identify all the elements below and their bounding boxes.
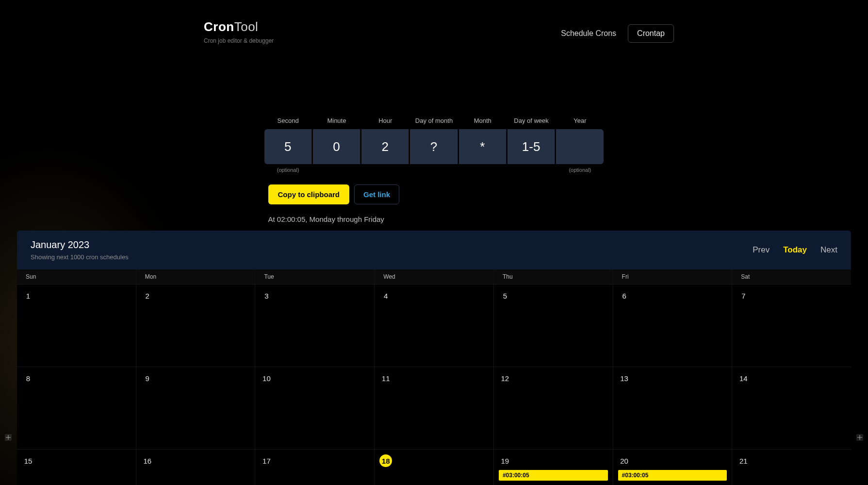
calendar-day-cell[interactable]: 21 <box>732 450 851 485</box>
calendar-subtitle: Showing next 1000 cron schedules <box>31 253 129 261</box>
schedule-event[interactable]: #03:00:05 <box>499 470 608 481</box>
calendar-day-cell[interactable]: 14 <box>732 367 851 450</box>
field-input[interactable]: 5 <box>264 129 312 164</box>
field-label: Hour <box>378 117 392 124</box>
calendar-day-cell[interactable]: 17 <box>255 450 375 485</box>
day-number: 14 <box>737 372 750 385</box>
weekday-header: Tue <box>255 269 375 284</box>
left-resize-handle[interactable] <box>5 434 12 441</box>
drag-handle-icon <box>6 435 11 440</box>
calendar-grid: 12345678910111213141516171819#03:00:0520… <box>17 284 851 485</box>
cron-field-hour: Hour2 <box>361 117 409 164</box>
drag-handle-icon <box>857 435 862 440</box>
day-number: 15 <box>22 454 34 467</box>
calendar-day-cell[interactable]: 20#03:00:05 <box>613 450 733 485</box>
calendar-day-cell[interactable]: 7 <box>732 284 851 367</box>
calendar-day-cell[interactable]: 15 <box>17 450 136 485</box>
calendar-day-cell[interactable]: 6 <box>613 284 733 367</box>
weekday-header: Wed <box>375 269 494 284</box>
calendar-next-button[interactable]: Next <box>820 245 837 255</box>
day-number: 9 <box>141 372 154 385</box>
field-input[interactable]: * <box>459 129 507 164</box>
day-number: 19 <box>499 454 511 467</box>
calendar-day-cell[interactable]: 4 <box>375 284 494 367</box>
field-label: Month <box>474 117 491 124</box>
schedule-event[interactable]: #03:00:05 <box>618 470 727 481</box>
brand-title: CronTool <box>204 19 274 34</box>
field-label: Day of month <box>415 117 453 124</box>
weekday-header: Sun <box>17 269 136 284</box>
weekday-header-row: SunMonTueWedThuFriSat <box>17 269 851 284</box>
cron-field-day-of-week: Day of week1-5 <box>508 117 555 164</box>
field-optional-hint: (optional) <box>569 167 591 173</box>
calendar-week-row: 891011121314 <box>17 367 851 450</box>
field-input[interactable]: 2 <box>361 129 409 164</box>
copy-to-clipboard-button[interactable]: Copy to clipboard <box>268 184 350 204</box>
calendar-day-cell[interactable]: 8 <box>17 367 136 450</box>
calendar-day-cell[interactable]: 19#03:00:05 <box>494 450 613 485</box>
day-number: 2 <box>141 289 154 302</box>
weekday-header: Sat <box>732 269 851 284</box>
cron-field-day-of-month: Day of month? <box>410 117 458 164</box>
calendar-day-cell[interactable]: 16 <box>136 450 256 485</box>
calendar-day-cell[interactable]: 18 <box>375 450 494 485</box>
calendar-day-cell[interactable]: 11 <box>375 367 494 450</box>
day-number: 17 <box>260 454 273 467</box>
cron-description: At 02:00:05, Monday through Friday <box>268 215 384 223</box>
day-number: 16 <box>141 454 154 467</box>
day-number: 10 <box>260 372 273 385</box>
field-label: Year <box>573 117 586 124</box>
day-number-today: 18 <box>379 454 392 467</box>
field-label: Day of week <box>514 117 549 124</box>
field-input[interactable] <box>556 129 604 164</box>
calendar-day-cell[interactable]: 5 <box>494 284 613 367</box>
calendar-week-row: 1516171819#03:00:0520#03:00:0521 <box>17 450 851 485</box>
schedule-crons-link[interactable]: Schedule Crons <box>561 29 616 38</box>
weekday-header: Mon <box>136 269 256 284</box>
field-input[interactable]: 1-5 <box>508 129 555 164</box>
brand-block: CronTool Cron job editor & debugger <box>204 19 274 44</box>
field-input[interactable]: 0 <box>313 129 360 164</box>
right-resize-handle[interactable] <box>856 434 863 441</box>
day-number: 11 <box>379 372 392 385</box>
cron-field-month: Month* <box>459 117 507 164</box>
calendar-day-cell[interactable]: 2 <box>136 284 256 367</box>
calendar-day-cell[interactable]: 12 <box>494 367 613 450</box>
calendar-today-button[interactable]: Today <box>783 245 807 255</box>
calendar-week-row: 1234567 <box>17 284 851 367</box>
field-label: Second <box>278 117 299 124</box>
cron-field-year: Year(optional) <box>556 117 604 173</box>
day-number: 20 <box>618 454 631 467</box>
weekday-header: Thu <box>494 269 613 284</box>
calendar-day-cell[interactable]: 10 <box>255 367 375 450</box>
day-number: 8 <box>22 372 34 385</box>
crontap-button[interactable]: Crontap <box>628 24 674 43</box>
day-number: 5 <box>499 289 511 302</box>
calendar-day-cell[interactable]: 3 <box>255 284 375 367</box>
day-number: 7 <box>737 289 750 302</box>
weekday-header: Fri <box>613 269 733 284</box>
cron-fields-row: Second5(optional)Minute0Hour2Day of mont… <box>264 117 604 173</box>
calendar-prev-button[interactable]: Prev <box>753 245 770 255</box>
day-number: 13 <box>618 372 631 385</box>
day-number: 4 <box>379 289 392 302</box>
day-number: 6 <box>618 289 631 302</box>
calendar-month-label: January 2023 <box>31 239 129 251</box>
calendar: January 2023 Showing next 1000 cron sche… <box>17 231 851 485</box>
day-number: 12 <box>499 372 511 385</box>
field-label: Minute <box>327 117 346 124</box>
brand-subtitle: Cron job editor & debugger <box>204 37 274 44</box>
field-input[interactable]: ? <box>410 129 458 164</box>
calendar-day-cell[interactable]: 9 <box>136 367 256 450</box>
field-optional-hint: (optional) <box>277 167 299 173</box>
cron-field-second: Second5(optional) <box>264 117 312 173</box>
day-number: 1 <box>22 289 34 302</box>
day-number: 3 <box>260 289 273 302</box>
cron-field-minute: Minute0 <box>313 117 360 164</box>
get-link-button[interactable]: Get link <box>354 184 399 204</box>
day-number: 21 <box>737 454 750 467</box>
calendar-day-cell[interactable]: 1 <box>17 284 136 367</box>
calendar-day-cell[interactable]: 13 <box>613 367 733 450</box>
